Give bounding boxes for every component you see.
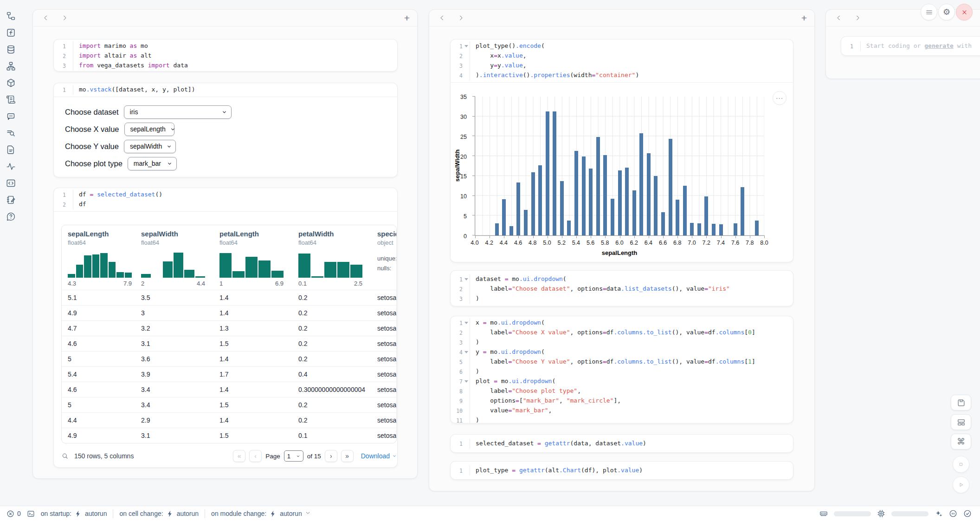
code-content[interactable]: Start coding or generate with	[860, 41, 980, 51]
save-button[interactable]	[951, 395, 971, 410]
code-content[interactable]: from vega_datasets import data	[73, 61, 397, 71]
code-line[interactable]: 9 options=["mark_bar", "mark_circle"],	[451, 396, 793, 406]
code-content[interactable]: )	[470, 367, 793, 377]
collapse-right-icon[interactable]	[458, 14, 464, 21]
code-content[interactable]: dataset = mo.ui.dropdown(	[470, 274, 793, 284]
run-button[interactable]	[953, 476, 969, 493]
on-startup-setting[interactable]: on startup: autorun	[41, 510, 107, 518]
menu-button[interactable]	[921, 4, 937, 20]
terminal-button[interactable]	[27, 510, 35, 518]
scratchpad-icon[interactable]	[6, 195, 16, 205]
column-header[interactable]: sepalWidthfloat6424.4	[135, 225, 213, 290]
last-page-button[interactable]: »	[341, 450, 354, 462]
code-content[interactable]: import marimo as mo	[73, 41, 397, 51]
code-line[interactable]: 1x = mo.ui.dropdown(	[451, 318, 793, 328]
first-page-button[interactable]: «	[233, 450, 245, 462]
add-column-button[interactable]: +	[801, 13, 807, 23]
document-icon[interactable]	[6, 145, 16, 155]
table-row[interactable]: 4.93.11.50.1setosa	[62, 428, 396, 443]
ai-sparkles-icon[interactable]	[935, 509, 943, 518]
code-content[interactable]: plot_type().encode(	[470, 41, 793, 51]
code-content[interactable]: )	[470, 416, 793, 423]
code-line[interactable]: 3from vega_datasets import data	[54, 61, 397, 71]
code-line[interactable]: 1plot_type = getattr(alt.Chart(df), plot…	[451, 466, 793, 475]
code-content[interactable]: plot_type = getattr(alt.Chart(df), plot.…	[470, 466, 793, 475]
code-line[interactable]: 1selected_dataset = getattr(data, datase…	[451, 439, 793, 449]
search-icon[interactable]	[61, 452, 69, 460]
code-line[interactable]: 3)	[451, 294, 793, 304]
code-line[interactable]: 8 label="Choose plot type",	[451, 386, 793, 396]
dropdown-select[interactable]: mark_bar	[128, 157, 177, 170]
code-content[interactable]: label="Choose plot type",	[470, 386, 793, 396]
dropdown-select[interactable]: sepalLength	[124, 123, 174, 136]
code-content[interactable]: mo.vstack([dataset, x, y, plot])	[73, 85, 397, 95]
table-row[interactable]: 5.43.91.70.4setosa	[62, 366, 396, 382]
layout-button[interactable]	[951, 414, 971, 430]
code-line[interactable]: 3)	[451, 338, 793, 347]
add-column-button[interactable]: +	[404, 13, 410, 23]
error-count[interactable]: 0	[6, 510, 21, 518]
table-row[interactable]: 4.42.91.40.2setosa	[62, 412, 396, 428]
database-icon[interactable]	[6, 45, 16, 54]
code-line[interactable]: 4y = mo.ui.dropdown(	[451, 347, 793, 357]
chart-menu-button[interactable]: ⋯	[773, 91, 787, 105]
stop-button[interactable]	[953, 456, 969, 473]
collapse-left-icon[interactable]	[438, 14, 445, 21]
code-line[interactable]: 4).interactive().properties(width="conta…	[451, 71, 793, 80]
code-line[interactable]: 1plot_type().encode(	[451, 41, 793, 51]
next-page-button[interactable]: ›	[325, 450, 337, 462]
download-button[interactable]: Download	[361, 452, 397, 460]
column-header[interactable]: petalWidthfloat640.12.5	[292, 225, 371, 290]
file-tree-icon[interactable]	[6, 11, 16, 21]
code-cell-imports[interactable]: 1import marimo as mo2import altair as al…	[54, 39, 397, 71]
connection-status-icon[interactable]	[963, 509, 972, 518]
code-content[interactable]: ).interactive().properties(width="contai…	[470, 71, 793, 80]
code-content[interactable]: y = mo.ui.dropdown(	[470, 347, 793, 357]
code-content[interactable]: x = mo.ui.dropdown(	[470, 318, 793, 328]
code-content[interactable]: label="Choose Y value", options=df.colum…	[470, 357, 793, 367]
code-line[interactable]: 7plot = mo.ui.dropdown(	[451, 377, 793, 386]
network-icon[interactable]	[6, 61, 16, 71]
collapse-left-icon[interactable]	[42, 14, 49, 21]
copilot-icon[interactable]	[949, 509, 957, 518]
collapse-right-icon[interactable]	[61, 14, 68, 21]
code-line[interactable]: 2 label="Choose X value", options=df.col…	[451, 328, 793, 338]
code-cell-dataset-dropdown[interactable]: 1dataset = mo.ui.dropdown(2 label="Choos…	[451, 271, 793, 306]
dropdown-select[interactable]: sepalWidth	[124, 140, 176, 153]
code-cell-xy-dropdowns[interactable]: 1x = mo.ui.dropdown(2 label="Choose X va…	[451, 316, 793, 423]
code-line[interactable]: 1dataset = mo.ui.dropdown(	[451, 274, 793, 284]
keyboard-shortcuts-button[interactable]: ⌘	[951, 434, 971, 449]
table-row[interactable]: 4.63.11.50.2setosa	[62, 336, 396, 351]
code-content[interactable]: label="Choose dataset", options=data.lis…	[470, 284, 793, 294]
code-line[interactable]: 2 label="Choose dataset", options=data.l…	[451, 284, 793, 294]
table-row[interactable]: 4.73.21.30.2setosa	[62, 320, 396, 336]
code-line[interactable]: 11)	[451, 416, 793, 423]
code-cell-plot[interactable]: 1plot_type().encode(2 x=x.value,3 y=y.va…	[451, 39, 793, 262]
package-icon[interactable]	[6, 78, 16, 88]
code-content[interactable]: import altair as alt	[73, 51, 397, 61]
code-content[interactable]: df	[73, 200, 397, 209]
code-line[interactable]: 2df	[54, 200, 397, 209]
code-line[interactable]: 1import marimo as mo	[54, 41, 397, 51]
code-content[interactable]: )	[470, 338, 793, 347]
help-icon[interactable]	[6, 212, 16, 221]
code-line[interactable]: 3 y=y.value,	[451, 61, 793, 71]
script-icon[interactable]	[6, 95, 16, 104]
code-content[interactable]: selected_dataset = getattr(data, dataset…	[470, 439, 793, 449]
on-cell-change-setting[interactable]: on cell change: autorun	[119, 510, 199, 518]
code-line[interactable]: 1mo.vstack([dataset, x, y, plot])	[54, 85, 397, 95]
code-line[interactable]: 6)	[451, 367, 793, 377]
dropdown-select[interactable]: iris	[124, 105, 232, 119]
code-content[interactable]: label="Choose X value", options=df.colum…	[470, 328, 793, 338]
code-content[interactable]: df = selected_dataset()	[73, 190, 397, 200]
column-header[interactable]: petalLengthfloat6416.9	[213, 225, 292, 290]
code-cell-selected-dataset[interactable]: 1selected_dataset = getattr(data, datase…	[451, 435, 793, 452]
code-cell-plot-type[interactable]: 1plot_type = getattr(alt.Chart(df), plot…	[451, 462, 793, 479]
page-select[interactable]: 1	[284, 450, 303, 462]
code-line[interactable]: 10 value="mark_bar",	[451, 406, 793, 416]
code-line[interactable]: 5 label="Choose Y value", options=df.col…	[451, 357, 793, 367]
collapse-right-icon[interactable]	[854, 14, 861, 21]
code-content[interactable]: x=x.value,	[470, 51, 793, 61]
table-row[interactable]: 53.41.50.2setosa	[62, 397, 396, 412]
collapse-left-icon[interactable]	[835, 14, 842, 21]
